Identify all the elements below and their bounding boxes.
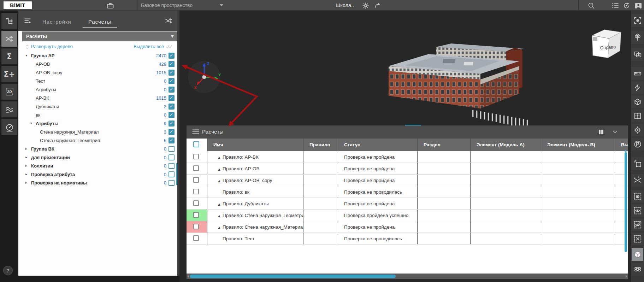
table-row[interactable]: Правило: Стена наружная_ГеометрияПроверк…: [187, 210, 628, 221]
row-checkbox[interactable]: [193, 224, 199, 229]
table-row[interactable]: Правило: ТестПроверка не проводилась: [187, 233, 628, 245]
issue-flag-icon[interactable]: [632, 138, 643, 151]
show-eye-icon[interactable]: [632, 204, 643, 217]
table-vertical-scrollbar[interactable]: [625, 152, 627, 252]
zoom-fit-icon[interactable]: [632, 14, 643, 27]
measure-icon[interactable]: [632, 67, 643, 80]
tree-item[interactable]: Стена наружная_Геометрия6: [18, 136, 177, 145]
tree-item[interactable]: АР-ОВ429: [18, 60, 177, 69]
model-tree-icon[interactable]: [1, 13, 17, 29]
row-expander-icon[interactable]: [218, 175, 223, 186]
sum-plus-icon[interactable]: Σ+: [1, 66, 17, 82]
tree-item[interactable]: для презентации0: [18, 153, 177, 162]
model-cube-icon[interactable]: [632, 248, 643, 261]
tree-checkbox[interactable]: [169, 70, 175, 76]
list-icon[interactable]: [611, 1, 620, 10]
isolate-selection-icon[interactable]: [632, 48, 643, 61]
tree-item[interactable]: Стена наружная_Материал3: [18, 128, 177, 136]
tree-item[interactable]: Атрибуты9: [18, 119, 177, 128]
scroll-left-icon[interactable]: [187, 275, 189, 278]
collapse-panel-icon[interactable]: [24, 17, 32, 24]
double-check-icon[interactable]: [166, 45, 173, 49]
row-checkbox[interactable]: [193, 177, 199, 183]
tree-checkbox[interactable]: [169, 180, 175, 186]
tab-settings[interactable]: Настройки: [42, 19, 71, 25]
floor-plan-icon[interactable]: [632, 110, 643, 122]
table-menu-icon[interactable]: [192, 128, 200, 135]
col-section[interactable]: Раздел: [417, 139, 470, 151]
section-collapse-icon[interactable]: ▼: [171, 31, 174, 41]
expand-collapse-icon[interactable]: [25, 44, 30, 50]
2d-view-icon[interactable]: 2D: [1, 84, 17, 100]
row-expander-icon[interactable]: [218, 152, 223, 163]
bimit-logo[interactable]: BiMiT: [4, 1, 32, 9]
tree-checkbox[interactable]: [169, 95, 175, 101]
tree-scrollbar[interactable]: [176, 163, 177, 185]
row-checkbox[interactable]: [193, 235, 199, 241]
hide-eye-icon[interactable]: [632, 218, 643, 231]
share-icon[interactable]: [373, 1, 382, 10]
tree-checkbox[interactable]: [169, 87, 175, 93]
graphs-icon[interactable]: [1, 101, 17, 117]
col-rule[interactable]: Правило: [303, 139, 338, 151]
tree-item[interactable]: Проверка на нормативы0: [18, 179, 177, 187]
tree-item[interactable]: Проверка атрибута0: [18, 170, 177, 179]
workspace-selector[interactable]: Базовое пространство: [141, 2, 193, 8]
collision-axes-icon[interactable]: 12: [632, 174, 643, 187]
expander-icon[interactable]: [25, 164, 27, 168]
workspace-caret-icon[interactable]: [220, 4, 223, 6]
tree-checkbox[interactable]: [169, 104, 175, 110]
search-icon[interactable]: [587, 1, 596, 10]
quick-actions-icon[interactable]: [632, 81, 643, 94]
col-status[interactable]: Статус: [338, 139, 417, 151]
tree-checkbox[interactable]: [169, 53, 175, 59]
col-name[interactable]: Имя: [207, 139, 303, 151]
navigation-cube[interactable]: Справа: [581, 25, 622, 63]
row-expander-icon[interactable]: [218, 199, 223, 209]
checks-shuffle-icon[interactable]: [1, 31, 17, 47]
sync-notifications-icon[interactable]: [622, 1, 631, 10]
expand-tree-link[interactable]: Развернуть дерево: [31, 44, 73, 49]
table-row[interactable]: Правило: АР-ОВПроверка не пройдена: [187, 163, 628, 175]
tree-item[interactable]: Группа АР2470: [18, 52, 177, 60]
building-model[interactable]: [383, 34, 539, 133]
help-button[interactable]: ?: [3, 266, 13, 275]
collapse-table-icon[interactable]: [612, 129, 618, 135]
tree-item[interactable]: АР-ОВ_copy1015: [18, 69, 177, 77]
tree-checkbox[interactable]: [169, 78, 175, 84]
tree-item[interactable]: вк0: [18, 111, 177, 119]
orbit-icon[interactable]: [632, 263, 643, 276]
tree-checkbox[interactable]: [169, 154, 175, 160]
dashboard-gauge-icon[interactable]: [1, 119, 17, 135]
table-row[interactable]: Правило: вкПроверка не проводилась: [187, 186, 628, 198]
briefcase-icon[interactable]: [106, 1, 114, 10]
user-badge-icon[interactable]: [634, 1, 643, 10]
table-row[interactable]: Правило: АР-ОВ_copyПроверка не пройдена: [187, 175, 628, 186]
shuffle-icon[interactable]: [165, 17, 173, 25]
calculations-section-header[interactable]: Расчеты ▼: [22, 31, 177, 41]
expander-icon[interactable]: [25, 53, 27, 57]
tree-item[interactable]: Тест0: [18, 77, 177, 86]
tree-checkbox[interactable]: [169, 137, 175, 143]
tree-item[interactable]: Атрибуты0: [18, 86, 177, 94]
scroll-right-icon[interactable]: [626, 275, 627, 278]
clear-selection-icon[interactable]: [632, 233, 643, 245]
tree-checkbox[interactable]: [169, 171, 175, 177]
tree-item[interactable]: АР-ВК1015: [18, 94, 177, 102]
tab-calculations[interactable]: Расчеты: [88, 19, 111, 25]
select-all-checkbox[interactable]: [187, 139, 207, 151]
table-row[interactable]: Правило: Стена наружная_МатериалПроверка…: [187, 221, 628, 233]
table-row[interactable]: Правило: АР-ВКПроверка не пройдена: [187, 151, 628, 163]
tree-checkbox[interactable]: [169, 61, 175, 67]
expander-icon[interactable]: [25, 172, 27, 176]
col-element-b[interactable]: Элемент (Модель B): [541, 139, 615, 151]
tree-checkbox[interactable]: [169, 129, 175, 135]
row-expander-icon[interactable]: [218, 210, 223, 221]
tree-checkbox[interactable]: [169, 146, 175, 152]
row-checkbox[interactable]: [193, 154, 199, 159]
expander-icon[interactable]: [25, 155, 27, 159]
tree-checkbox[interactable]: [169, 121, 175, 127]
row-checkbox[interactable]: [193, 212, 199, 218]
section-box-icon[interactable]: [632, 95, 643, 108]
tree-item[interactable]: Группа ВК0: [18, 145, 177, 153]
